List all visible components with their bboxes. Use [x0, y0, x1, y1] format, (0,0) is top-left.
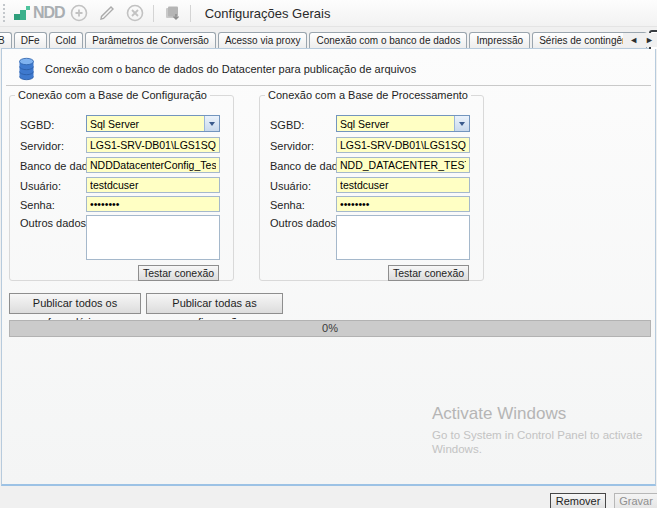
senha-input[interactable]	[86, 196, 220, 212]
testar-conexao-button[interactable]: Testar conexão	[138, 265, 219, 281]
senha-label: Senha:	[270, 199, 305, 211]
usuario-label: Usuário:	[20, 180, 61, 192]
group-title: Conexão com a Base de Processamento	[265, 89, 471, 101]
senha-label: Senha:	[20, 199, 55, 211]
chevron-down-icon[interactable]	[204, 116, 219, 131]
banco-dados-input[interactable]	[336, 157, 470, 173]
servidor-label: Servidor:	[20, 140, 64, 152]
publicar-configuracoes-button[interactable]: Publicar todas as configurações	[146, 293, 283, 314]
tab-conexao-banco-dados[interactable]: Conexão com o banco de dados	[309, 32, 467, 49]
sgbd-label: SGBD:	[270, 119, 304, 131]
tab-strip: B DFe Cold Parâmetros de Conversão Acess…	[0, 30, 657, 49]
footer-bar: Remover Gravar	[0, 488, 657, 508]
progress-percent-label: 0%	[10, 321, 650, 336]
group-base-processamento: Conexão com a Base de Processamento SGBD…	[259, 89, 484, 281]
app-window: NDD Configura	[0, 0, 657, 508]
publish-progress-bar: 0%	[9, 320, 651, 337]
usuario-label: Usuário:	[270, 180, 311, 192]
ndd-logo: NDD	[13, 4, 65, 22]
outros-dados-label: Outros dados:	[20, 217, 89, 229]
tab-scroll-left-icon[interactable]: ◄	[629, 34, 638, 46]
info-banner-text: Conexão com o banco de dados do Datacent…	[45, 63, 416, 75]
banco-dados-input[interactable]	[86, 157, 220, 173]
toolbar-separator	[190, 5, 191, 22]
sgbd-selected-value: Sql Server	[87, 118, 204, 130]
remover-button[interactable]: Remover	[550, 493, 606, 508]
outros-dados-input[interactable]	[86, 215, 220, 260]
chevron-down-icon[interactable]	[454, 116, 469, 131]
tab-scroll-right-icon[interactable]: ►	[645, 34, 654, 46]
edit-button[interactable]	[96, 2, 118, 24]
usuario-input[interactable]	[336, 177, 470, 193]
servidor-input[interactable]	[336, 137, 470, 153]
gravar-button[interactable]: Gravar	[614, 493, 657, 508]
usuario-input[interactable]	[86, 177, 220, 193]
tab-scroll-controls: ◄ ►	[623, 33, 657, 47]
tab-acesso-via-proxy[interactable]: Acesso via proxy	[218, 32, 308, 49]
group-base-configuracao: Conexão com a Base de Configuração SGBD:…	[9, 89, 234, 281]
outros-dados-input[interactable]	[336, 215, 470, 260]
ndd-logo-text: NDD	[33, 4, 65, 22]
ndd-logo-icon	[13, 5, 31, 21]
toolbar-grip[interactable]	[3, 4, 7, 22]
publish-icon	[163, 4, 181, 22]
tabpage-datacenter: Conexão com o banco de dados do Datacent…	[1, 48, 656, 486]
delete-button[interactable]	[124, 2, 146, 24]
tab-b[interactable]: B	[0, 32, 12, 49]
group-title: Conexão com a Base de Configuração	[15, 89, 210, 101]
publish-button[interactable]	[161, 2, 183, 24]
pencil-icon	[98, 4, 116, 22]
outros-dados-label: Outros dados:	[270, 217, 339, 229]
close-circle-icon	[126, 4, 144, 22]
tab-dfe[interactable]: DFe	[14, 32, 47, 49]
servidor-input[interactable]	[86, 137, 220, 153]
senha-input[interactable]	[336, 196, 470, 212]
sgbd-selected-value: Sql Server	[337, 118, 454, 130]
sgbd-label: SGBD:	[20, 119, 54, 131]
add-icon	[70, 4, 88, 22]
toolbar-separator	[153, 5, 154, 22]
tab-impressao[interactable]: Impressão	[469, 32, 530, 49]
tab-parametros-conversao[interactable]: Parâmetros de Conversão	[85, 32, 216, 49]
tab-cold[interactable]: Cold	[49, 32, 84, 49]
database-icon	[18, 57, 35, 81]
sgbd-select[interactable]: Sql Server	[86, 115, 220, 132]
publicar-formularios-button[interactable]: Publicar todos os formulários	[9, 293, 141, 314]
add-button[interactable]	[68, 2, 90, 24]
testar-conexao-button[interactable]: Testar conexão	[388, 265, 469, 281]
page-title: Configurações Gerais	[205, 6, 331, 21]
servidor-label: Servidor:	[270, 140, 314, 152]
toolbar: NDD Configura	[0, 0, 657, 27]
sgbd-select[interactable]: Sql Server	[336, 115, 470, 132]
info-banner: Conexão com o banco de dados do Datacent…	[6, 53, 651, 86]
